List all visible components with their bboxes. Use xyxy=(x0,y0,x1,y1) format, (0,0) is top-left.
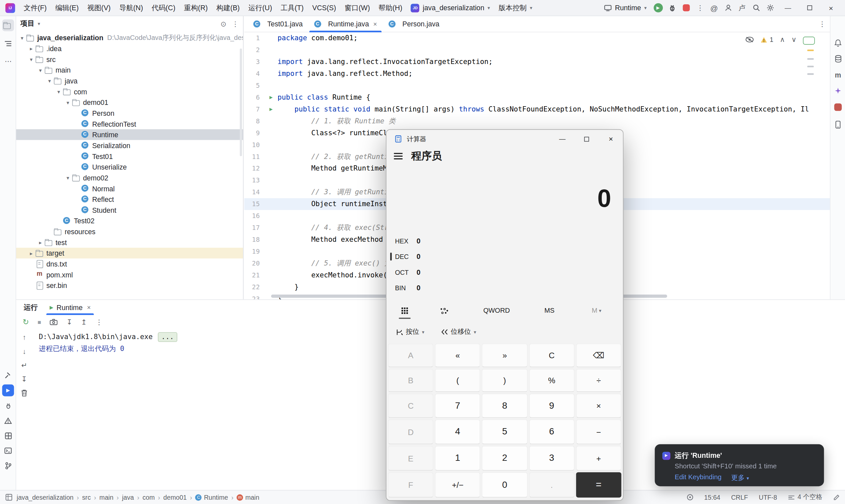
panel-options-icon[interactable]: ⋮ xyxy=(232,20,239,28)
calc-maximize-button[interactable] xyxy=(574,130,598,148)
tree-row[interactable]: ▾main xyxy=(16,65,243,75)
plugin-tool-icon[interactable] xyxy=(832,101,844,113)
radix-row-bin[interactable]: BIN0 xyxy=(389,280,619,295)
bitwise-menu-button[interactable]: 按位 ▾ xyxy=(392,325,429,339)
calc-key-3[interactable]: 3 xyxy=(529,446,574,471)
menu-item[interactable]: 视图(V) xyxy=(83,1,115,15)
calc-key-»[interactable]: » xyxy=(482,344,527,367)
calc-key-9[interactable]: 9 xyxy=(529,394,574,418)
code-line[interactable]: 1package com.demo01; xyxy=(244,32,830,44)
tree-row[interactable]: Normal xyxy=(16,183,243,194)
calc-key-([interactable]: ( xyxy=(435,369,480,392)
terminal-tool-icon[interactable] xyxy=(2,445,14,456)
more-tool-windows-icon[interactable]: ⋯ xyxy=(2,55,14,67)
window-maximize-button[interactable] xyxy=(799,0,820,16)
calc-key-÷[interactable]: ÷ xyxy=(576,369,621,392)
run-config-selector[interactable]: Runtime ▾ xyxy=(600,2,651,14)
menu-item[interactable]: 工具(T) xyxy=(276,1,308,15)
calc-key-7[interactable]: 7 xyxy=(435,394,480,418)
tree-row[interactable]: Unserialize xyxy=(16,162,243,173)
indent-widget[interactable]: 4 个空格 xyxy=(788,493,823,502)
prev-problem-icon[interactable]: ∧ xyxy=(780,36,785,43)
caret-position-widget[interactable]: 15:64 xyxy=(704,493,720,501)
breadcrumb-item[interactable]: java_deserialization xyxy=(17,493,74,501)
background-tasks-icon[interactable] xyxy=(686,494,693,501)
stop-icon[interactable]: ■ xyxy=(38,319,41,325)
tree-chevron-icon[interactable]: ▾ xyxy=(55,89,63,95)
run-line-icon[interactable]: ▶ xyxy=(265,92,278,104)
code-line[interactable]: 2 xyxy=(244,44,830,56)
tree-chevron-icon[interactable]: ▾ xyxy=(18,35,26,40)
inspection-status-badge[interactable] xyxy=(803,37,815,44)
git-tool-icon[interactable] xyxy=(2,460,14,472)
tree-chevron-icon[interactable]: ▾ xyxy=(28,56,35,62)
calc-key-8[interactable]: 8 xyxy=(482,394,527,418)
radix-row-dec[interactable]: DEC0 xyxy=(389,249,619,264)
quick-access-icon[interactable] xyxy=(5,494,12,501)
inspection-warnings-widget[interactable]: 1 xyxy=(760,36,773,43)
calc-key-5[interactable]: 5 xyxy=(482,419,527,444)
database-tool-icon[interactable] xyxy=(832,53,844,65)
tree-row[interactable]: ▸test xyxy=(16,237,243,248)
word-size-button[interactable]: QWORD xyxy=(472,307,521,315)
calc-key-1[interactable]: 1 xyxy=(435,446,480,471)
next-problem-icon[interactable]: ∨ xyxy=(792,36,797,43)
export-icon[interactable]: ↥ xyxy=(81,318,87,326)
menu-item[interactable]: 编辑(E) xyxy=(51,1,83,15)
translation-plugin-icon[interactable]: 卢 xyxy=(735,1,749,14)
breadcrumb-item[interactable]: CRuntime xyxy=(195,493,228,501)
stop-button[interactable] xyxy=(679,1,693,14)
window-close-button[interactable]: × xyxy=(820,0,842,16)
tree-row[interactable]: pom.xml xyxy=(16,269,243,280)
breadcrumb-item[interactable]: java xyxy=(122,493,134,501)
tree-row[interactable]: ReflectionTest xyxy=(16,119,243,129)
down-stack-icon[interactable]: ↓ xyxy=(22,347,26,355)
run-tool-icon[interactable]: ▶ xyxy=(2,384,14,396)
menu-item[interactable]: 窗口(W) xyxy=(340,1,374,15)
calc-key-×[interactable]: × xyxy=(576,394,621,418)
at-icon[interactable]: @ xyxy=(707,1,721,14)
menu-item[interactable]: 运行(U) xyxy=(244,1,276,15)
breadcrumb-item[interactable]: mmain xyxy=(237,493,260,501)
code-line[interactable]: 5 xyxy=(244,80,830,92)
editor-tab[interactable]: Test01.java xyxy=(247,16,308,32)
up-stack-icon[interactable]: ↑ xyxy=(22,334,26,341)
build-tool-icon[interactable] xyxy=(2,370,14,381)
tree-row[interactable]: Test01 xyxy=(16,151,243,162)
tree-row[interactable]: ▾java_deserializationD:\JavaCode\Java序列化… xyxy=(16,32,243,43)
menu-item[interactable]: VCS(S) xyxy=(308,2,340,14)
menu-item[interactable]: 帮助(H) xyxy=(374,1,407,15)
tree-chevron-icon[interactable]: ▾ xyxy=(64,175,72,181)
calc-key-⌫[interactable]: ⌫ xyxy=(576,344,621,367)
menu-item[interactable]: 重构(R) xyxy=(179,1,212,15)
project-panel-title[interactable]: 项目 xyxy=(20,19,34,29)
ai-assistant-icon[interactable] xyxy=(832,85,844,97)
settings-gear-icon[interactable] xyxy=(763,1,777,14)
calc-key-4[interactable]: 4 xyxy=(435,419,480,444)
soft-wrap-icon[interactable]: ↵ xyxy=(21,361,28,369)
more-link[interactable]: 更多 ▾ xyxy=(731,473,749,483)
import-icon[interactable]: ↧ xyxy=(66,318,72,326)
tab-close-icon[interactable]: × xyxy=(87,304,90,311)
code-line[interactable]: 7▶ public static void main(String[] args… xyxy=(244,103,830,115)
tab-close-icon[interactable]: × xyxy=(373,20,377,28)
calc-key-−[interactable]: − xyxy=(576,419,621,444)
calc-key-+/−[interactable]: +/− xyxy=(435,472,480,498)
problems-tool-icon[interactable] xyxy=(2,415,14,427)
hamburger-menu-icon[interactable] xyxy=(394,153,402,160)
tree-row[interactable]: Person xyxy=(16,108,243,119)
debug-button[interactable] xyxy=(665,1,679,14)
breadcrumb-item[interactable]: com xyxy=(143,493,155,501)
radix-row-oct[interactable]: OCT0 xyxy=(389,265,619,280)
tree-chevron-icon[interactable]: ▾ xyxy=(46,78,53,84)
run-tab[interactable]: ▶ Runtime × xyxy=(45,300,95,315)
code-line[interactable]: 4import java.lang.reflect.Method; xyxy=(244,68,830,80)
readonly-toggle-icon[interactable] xyxy=(833,494,840,501)
project-tool-icon[interactable] xyxy=(2,19,14,31)
editor-tab[interactable]: Person.java xyxy=(383,16,445,32)
tree-row[interactable]: dns.txt xyxy=(16,258,243,269)
tree-row[interactable]: ▾demo02 xyxy=(16,172,243,183)
line-separator-widget[interactable]: CRLF xyxy=(731,493,748,501)
tree-row[interactable]: ▸target xyxy=(16,248,243,258)
project-selector[interactable]: JD java_deserialization ▾ xyxy=(407,2,494,14)
